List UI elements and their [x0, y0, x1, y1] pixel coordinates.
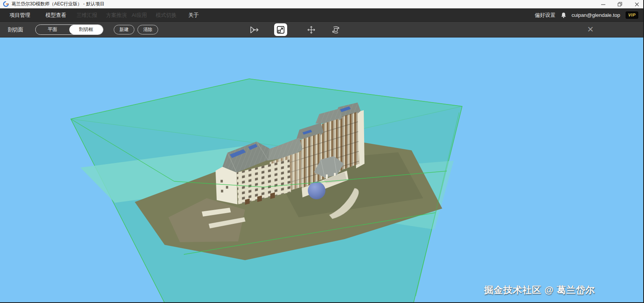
toolbar-close-button[interactable]: ✕ [585, 24, 596, 35]
section-toolbar: 剖切面 平面 剖切框 新建 清除 [0, 22, 643, 37]
menu-item-project[interactable]: 项目管理 [10, 8, 30, 22]
menu-bar: 项目管理 模型查看 三维汇报 方案推演 AI应用 模式切换 关于 偏好设置 cu… [0, 8, 643, 22]
minimize-icon [601, 2, 605, 7]
scene-canvas[interactable] [0, 37, 644, 303]
move-tool-button[interactable] [306, 25, 317, 35]
close-window-button[interactable] [634, 2, 639, 7]
menu-item-model-view[interactable]: 模型查看 [46, 8, 66, 22]
move-icon [307, 25, 316, 34]
clear-button[interactable]: 清除 [137, 25, 158, 34]
minimize-button[interactable] [600, 2, 606, 7]
menu-item-scheme: 方案推演 [106, 8, 127, 22]
window-title-bar: 葛兰岱尔3D模数师（AEC行业版） - 默认项目 [0, 0, 643, 8]
restore-button[interactable] [617, 2, 623, 7]
scale-icon [277, 26, 284, 34]
scale-tool-button[interactable] [274, 23, 287, 36]
menu-item-3d-report: 三维汇报 [77, 8, 97, 22]
menu-item-mode-switch: 模式切换 [156, 8, 177, 22]
mode-plane-option[interactable]: 平面 [36, 25, 69, 34]
rotate-icon [331, 25, 340, 34]
menu-item-ai: AI应用 [132, 8, 147, 22]
preferences-button[interactable]: 偏好设置 [535, 12, 556, 19]
watermark-text: 掘金技术社区 @ 葛兰岱尔 [484, 284, 595, 296]
restore-icon [618, 2, 622, 7]
section-export-icon [250, 26, 260, 34]
sphere-fountain [308, 182, 325, 199]
account-email[interactable]: cuipan@glendale.top [572, 12, 620, 18]
viewport-3d[interactable]: 掘金技术社区 @ 葛兰岱尔 [0, 37, 644, 303]
menu-item-about[interactable]: 关于 [188, 8, 199, 22]
section-mode-toggle: 平面 剖切框 [35, 24, 103, 35]
app-logo-icon [3, 1, 9, 7]
vip-badge[interactable]: VIP [626, 11, 638, 19]
mode-box-option[interactable]: 剖切框 [69, 25, 103, 34]
section-plane-label: 剖切面 [8, 22, 23, 37]
close-icon [635, 2, 639, 7]
section-export-button[interactable] [249, 25, 260, 35]
rotate-tool-button[interactable] [330, 25, 341, 35]
new-button[interactable]: 新建 [114, 25, 134, 34]
application-window: 葛兰岱尔3D模数师（AEC行业版） - 默认项目 项目管理 模型查看 三维汇报 … [0, 0, 644, 303]
window-title: 葛兰岱尔3D模数师（AEC行业版） - 默认项目 [11, 1, 105, 7]
notification-bell-icon[interactable] [561, 12, 566, 18]
